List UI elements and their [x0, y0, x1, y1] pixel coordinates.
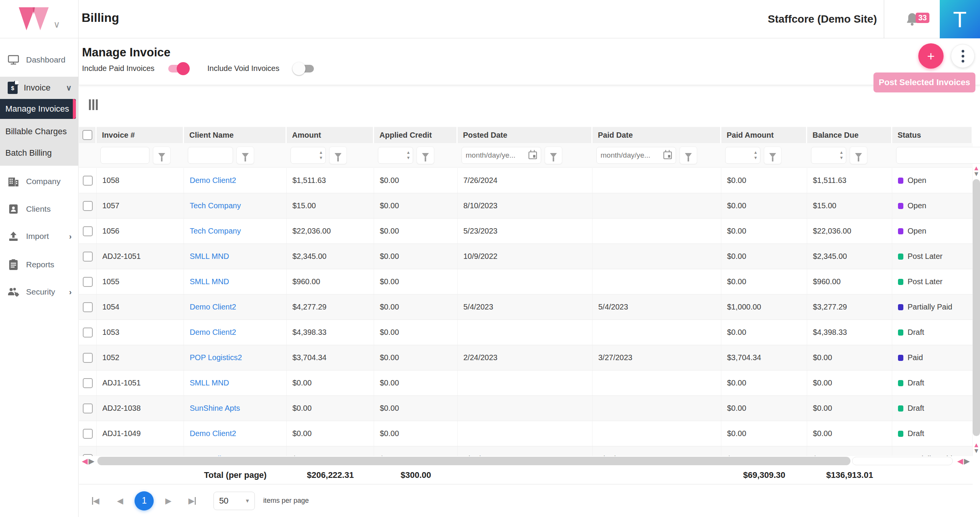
row-checkbox[interactable] [83, 328, 93, 338]
scroll-right-icon[interactable]: ▶ [89, 456, 94, 466]
column-header-paid-date[interactable]: Paid Date [593, 127, 721, 143]
invoice-filter-input[interactable] [101, 147, 149, 163]
sidebar-item-batch-billing[interactable]: Batch Billing [0, 144, 79, 162]
horizontal-scrollbar[interactable]: ◀▶ ◀▶ [79, 456, 973, 466]
row-checkbox[interactable] [83, 226, 93, 236]
horizontal-scrollbar-thumb[interactable] [97, 457, 850, 465]
include-paid-toggle[interactable] [168, 65, 189, 72]
vertical-scrollbar[interactable]: ▲▼ ▲▼ [973, 165, 980, 456]
amount-filter-button[interactable] [329, 147, 347, 164]
sidebar-item-import[interactable]: Import › [0, 227, 79, 245]
row-checkbox[interactable] [83, 302, 93, 312]
column-chooser-button[interactable] [89, 99, 98, 110]
row-checkbox[interactable] [83, 277, 93, 287]
post-selected-invoices-button[interactable]: Post Selected Invoices [873, 72, 975, 92]
sidebar: Dashboard $ Invoice ∨ Manage Invoices Bi… [0, 38, 79, 517]
column-header-posted-date[interactable]: Posted Date [458, 127, 593, 143]
row-checkbox[interactable] [83, 201, 93, 211]
number-spinner[interactable]: ▲▼ [319, 147, 323, 163]
row-checkbox[interactable] [83, 378, 93, 388]
add-invoice-button[interactable]: + [918, 43, 944, 69]
sidebar-item-invoice[interactable]: $ Invoice ∨ [0, 79, 79, 97]
last-page-button[interactable]: ▶ [188, 496, 195, 505]
client-link[interactable]: Tech Company [190, 227, 241, 235]
column-header-paid-amount[interactable]: Paid Amount [721, 127, 807, 143]
scroll-left-icon[interactable]: ◀ [957, 456, 963, 466]
amount-cell: $0.00 [287, 370, 374, 395]
client-link[interactable]: POP Logistics2 [190, 353, 242, 362]
amount-cell: $1,511.63 [287, 168, 374, 193]
calendar-icon[interactable] [663, 151, 672, 159]
client-link[interactable]: Demo Client2 [190, 429, 236, 438]
next-page-button[interactable]: ▶ [165, 496, 171, 505]
client-link[interactable]: Demo Client2 [190, 328, 236, 337]
scroll-down-icon[interactable]: ▼ [973, 171, 980, 177]
paid-date-cell [593, 370, 721, 395]
row-checkbox[interactable] [83, 353, 93, 363]
row-checkbox[interactable] [83, 176, 93, 186]
scroll-down-icon[interactable]: ▼ [973, 448, 980, 454]
scroll-left-icon[interactable]: ◀ [82, 456, 88, 466]
calendar-icon[interactable] [529, 151, 537, 159]
paid-amount-filter-button[interactable] [764, 147, 781, 164]
sidebar-item-company[interactable]: Company [0, 172, 79, 191]
sidebar-item-reports[interactable]: Reports [0, 255, 79, 274]
row-checkbox[interactable] [83, 403, 93, 413]
client-link[interactable]: Demo Client2 [190, 176, 236, 185]
scroll-right-icon[interactable]: ▶ [964, 456, 970, 466]
paid-date-filter-input[interactable]: month/day/ye... [596, 147, 676, 164]
client-link[interactable]: Demo Client2 [190, 303, 236, 311]
sidebar-item-clients[interactable]: Clients [0, 200, 79, 218]
invoice-filter-button[interactable] [153, 147, 171, 164]
more-options-button[interactable] [951, 44, 975, 68]
applied-credit-cell: $0.00 [374, 193, 458, 218]
client-filter-button[interactable] [236, 147, 254, 164]
posted-date-filter-input[interactable]: month/day/ye... [461, 147, 541, 164]
balance-due-filter-button[interactable] [850, 147, 867, 164]
previous-page-button[interactable]: ◀ [117, 496, 123, 505]
column-header-applied-credit[interactable]: Applied Credit [374, 127, 458, 143]
client-filter-input[interactable] [188, 147, 233, 163]
org-switcher-chevron-icon[interactable]: ∨ [53, 19, 60, 30]
sidebar-item-security[interactable]: Security › [0, 283, 79, 301]
number-spinner[interactable]: ▲▼ [753, 147, 758, 163]
client-link[interactable]: SunShine Apts [190, 404, 240, 413]
column-header-client[interactable]: Client Name [184, 127, 287, 143]
column-header-amount[interactable]: Amount [287, 127, 374, 143]
column-header-invoice[interactable]: Invoice # [97, 127, 184, 143]
client-link[interactable]: SMLL MND [190, 379, 229, 387]
funnel-icon [550, 153, 557, 158]
current-page-button[interactable]: 1 [135, 491, 154, 510]
totals-label: Total (per page) [184, 466, 287, 484]
totals-spacer [458, 466, 593, 484]
client-link[interactable]: Tech Company [190, 201, 241, 210]
status-filter-select[interactable]: ▾ [896, 147, 980, 164]
sidebar-item-manage-invoices[interactable]: Manage Invoices [0, 99, 76, 119]
sidebar-item-billable-charges[interactable]: Billable Charges [0, 123, 79, 140]
sidebar-item-dashboard[interactable]: Dashboard [0, 51, 79, 69]
number-spinner[interactable]: ▲▼ [839, 147, 844, 163]
table-row: ADJ2-1051SMLL MND$2,345.00$0.0010/9/2022… [79, 244, 973, 269]
horizontal-scrollbar-track[interactable] [852, 457, 953, 465]
applied-credit-filter-button[interactable] [417, 147, 434, 164]
select-all-checkbox[interactable] [82, 130, 92, 140]
vertical-scrollbar-thumb[interactable] [973, 179, 980, 436]
row-select-cell [79, 421, 97, 446]
column-header-balance-due[interactable]: Balance Due [807, 127, 892, 143]
row-checkbox[interactable] [83, 252, 93, 262]
first-page-button[interactable]: ◀ [92, 496, 99, 505]
paid-date-filter-button[interactable] [680, 147, 697, 164]
posted-date-filter-button[interactable] [545, 147, 562, 164]
row-checkbox[interactable] [83, 429, 93, 439]
number-spinner[interactable]: ▲▼ [406, 147, 410, 163]
column-header-status[interactable]: Status [892, 127, 973, 143]
include-void-toggle[interactable] [293, 65, 314, 72]
notifications-button[interactable]: 33 [884, 0, 940, 38]
app-logo[interactable]: ∨ [0, 0, 79, 38]
client-link[interactable]: SMLL MND [190, 252, 229, 261]
client-link[interactable]: SMLL MND [190, 277, 229, 286]
row-select-cell [79, 446, 97, 456]
page-size-select[interactable]: 50▾ [213, 492, 255, 510]
user-avatar[interactable]: T [940, 0, 980, 38]
status-cell: Open [892, 168, 973, 193]
